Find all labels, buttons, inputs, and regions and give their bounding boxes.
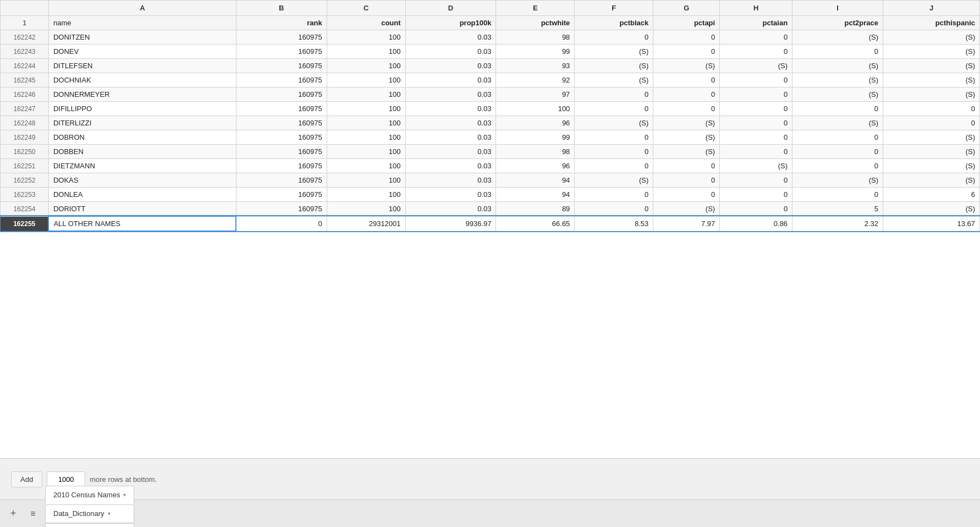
cell-pct2prace[interactable]: (S) [792, 87, 883, 102]
cell-pctapi[interactable]: 0 [653, 102, 720, 116]
cell-count[interactable]: 100 [327, 188, 405, 202]
cell-pctwhite[interactable]: 98 [496, 145, 575, 159]
cell-pctblack[interactable]: 0 [575, 102, 653, 116]
cell-pcthispanic[interactable]: (S) [883, 159, 980, 173]
col-name-b[interactable]: rank [236, 16, 327, 30]
cell-count[interactable]: 100 [327, 59, 405, 73]
cell-name[interactable]: DOKAS [48, 173, 236, 188]
col-name-f[interactable]: pctblack [575, 16, 653, 30]
col-header-a[interactable]: A [48, 1, 236, 16]
cell-pctaian[interactable]: 0 [720, 30, 792, 45]
cell-prop100k[interactable]: 0.03 [405, 116, 496, 130]
cell-prop100k[interactable]: 0.03 [405, 130, 496, 145]
cell-prop100k[interactable]: 0.03 [405, 45, 496, 59]
cell-pct2prace[interactable]: (S) [792, 73, 883, 87]
cell-pcthispanic[interactable]: (S) [883, 45, 980, 59]
cell-pctblack[interactable]: (S) [575, 173, 653, 188]
col-name-j[interactable]: pcthispanic [883, 16, 980, 30]
cell-rank[interactable]: 160975 [236, 202, 327, 217]
row-num[interactable]: 162247 [1, 102, 49, 116]
tab-dropdown-icon[interactable]: ▾ [108, 510, 111, 517]
cell-pctwhite[interactable]: 89 [496, 202, 575, 217]
cell-pctwhite[interactable]: 94 [496, 188, 575, 202]
add-button[interactable]: Add [11, 471, 42, 487]
col-header-b[interactable]: B [236, 1, 327, 16]
row-num[interactable]: 162243 [1, 45, 49, 59]
cell-pctaian[interactable]: 0 [720, 73, 792, 87]
cell-rank-last[interactable]: 0 [236, 216, 327, 231]
cell-pcthispanic[interactable]: (S) [883, 130, 980, 145]
col-header-c[interactable]: C [327, 1, 405, 16]
cell-pctaian[interactable]: 0 [720, 45, 792, 59]
cell-rank[interactable]: 160975 [236, 102, 327, 116]
col-name-d[interactable]: prop100k [405, 16, 496, 30]
cell-pctapi[interactable]: (S) [653, 130, 720, 145]
cell-pct2prace[interactable]: (S) [792, 59, 883, 73]
cell-name[interactable]: DOBRON [48, 130, 236, 145]
cell-name[interactable]: DIFILLIPPO [48, 102, 236, 116]
cell-count[interactable]: 100 [327, 159, 405, 173]
add-sheet-button[interactable]: + [5, 506, 21, 521]
cell-pctapi[interactable]: 0 [653, 30, 720, 45]
cell-pctapi[interactable]: 0 [653, 173, 720, 188]
cell-pct2prace[interactable]: 0 [792, 188, 883, 202]
cell-pctwhite[interactable]: 99 [496, 130, 575, 145]
cell-name[interactable]: DITLEFSEN [48, 59, 236, 73]
cell-pct2prace-last[interactable]: 2.32 [792, 216, 883, 231]
cell-pctaian[interactable]: 0 [720, 102, 792, 116]
cell-rank[interactable]: 160975 [236, 59, 327, 73]
row-num[interactable]: 162252 [1, 173, 49, 188]
cell-pctaian[interactable]: 0 [720, 145, 792, 159]
cell-pctaian[interactable]: 0 [720, 173, 792, 188]
cell-pctwhite[interactable]: 96 [496, 159, 575, 173]
cell-pcthispanic[interactable]: (S) [883, 30, 980, 45]
cell-pctapi[interactable]: (S) [653, 116, 720, 130]
rows-count-input[interactable] [47, 471, 85, 487]
cell-pctblack[interactable]: 0 [575, 30, 653, 45]
cell-prop100k[interactable]: 0.03 [405, 188, 496, 202]
tab-data_dictionary[interactable]: Data_Dictionary▾ [45, 504, 134, 523]
cell-pctwhite[interactable]: 94 [496, 173, 575, 188]
row-num[interactable]: 162242 [1, 30, 49, 45]
cell-rank[interactable]: 160975 [236, 188, 327, 202]
table-wrapper[interactable]: A B C D E F G H I J 1 name rank [0, 0, 980, 458]
cell-prop100k[interactable]: 0.03 [405, 30, 496, 45]
cell-name[interactable]: DONITZEN [48, 30, 236, 45]
cell-count[interactable]: 100 [327, 30, 405, 45]
cell-pctapi[interactable]: 0 [653, 87, 720, 102]
cell-pct2prace[interactable]: 0 [792, 102, 883, 116]
col-header-e[interactable]: E [496, 1, 575, 16]
cell-rank[interactable]: 160975 [236, 159, 327, 173]
cell-name[interactable]: DORIOTT [48, 202, 236, 217]
cell-pctwhite[interactable]: 96 [496, 116, 575, 130]
cell-prop100k[interactable]: 0.03 [405, 145, 496, 159]
cell-pcthispanic[interactable]: (S) [883, 59, 980, 73]
cell-pctapi[interactable]: 0 [653, 73, 720, 87]
cell-pctapi[interactable]: 0 [653, 188, 720, 202]
cell-pctaian[interactable]: 0 [720, 202, 792, 217]
cell-count[interactable]: 100 [327, 116, 405, 130]
cell-pctwhite[interactable]: 100 [496, 102, 575, 116]
cell-all-other-names[interactable]: ALL OTHER NAMES [48, 216, 236, 231]
cell-name[interactable]: DIETZMANN [48, 159, 236, 173]
cell-count[interactable]: 100 [327, 202, 405, 217]
tab-notes[interactable]: notes▾ [45, 523, 134, 528]
cell-pcthispanic[interactable]: 0 [883, 116, 980, 130]
cell-pctapi[interactable]: (S) [653, 59, 720, 73]
cell-pctapi-last[interactable]: 7.97 [653, 216, 720, 231]
cell-prop100k[interactable]: 0.03 [405, 159, 496, 173]
cell-name[interactable]: DONNERMEYER [48, 87, 236, 102]
cell-pctblack[interactable]: 0 [575, 130, 653, 145]
cell-pctblack[interactable]: 0 [575, 159, 653, 173]
tab-2010-census-names[interactable]: 2010 Census Names▾ [45, 486, 134, 504]
cell-pctwhite[interactable]: 93 [496, 59, 575, 73]
cell-pcthispanic[interactable]: (S) [883, 173, 980, 188]
cell-pctblack[interactable]: (S) [575, 73, 653, 87]
row-num[interactable]: 162246 [1, 87, 49, 102]
col-name-a[interactable]: name [48, 16, 236, 30]
cell-pctaian[interactable]: 0 [720, 188, 792, 202]
cell-count[interactable]: 100 [327, 173, 405, 188]
cell-pctapi[interactable]: (S) [653, 202, 720, 217]
col-header-j[interactable]: J [883, 1, 980, 16]
cell-pct2prace[interactable]: 0 [792, 145, 883, 159]
